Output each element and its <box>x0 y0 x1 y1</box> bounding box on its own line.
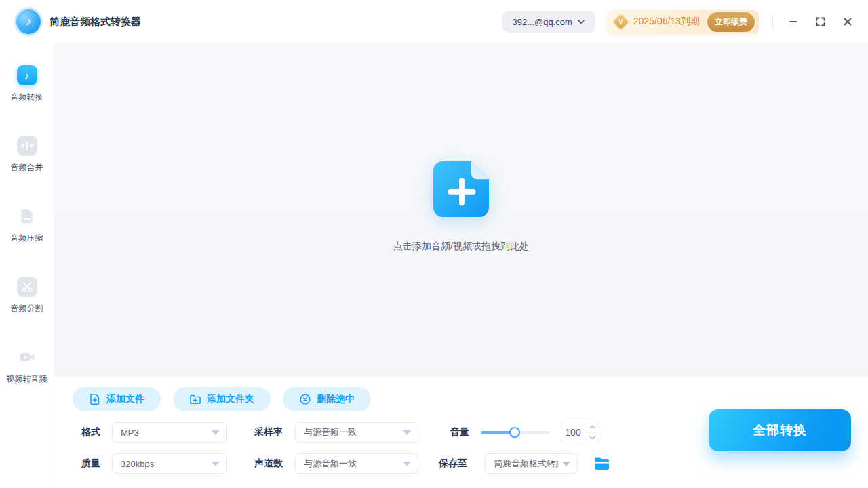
dropdown-arrow-icon <box>212 430 220 435</box>
settings-row-2: 质量 320kbps 声道数 与源音频一致 保存至 简鹿音频格式转换器 <box>81 453 868 474</box>
volume-slider[interactable] <box>481 427 550 438</box>
dropdown-arrow-icon <box>562 462 570 466</box>
add-file-button[interactable]: 添加文件 <box>73 387 161 411</box>
dropdown-arrow-icon <box>403 430 411 435</box>
folder-plus-icon <box>189 393 201 405</box>
step-down-icon[interactable] <box>585 433 599 443</box>
title-bar: ♪ 简鹿音频格式转换器 392...@qq.com V 2025/06/13到期… <box>0 0 868 43</box>
quality-value: 320kbps <box>121 459 208 469</box>
dropdown-arrow-icon <box>403 462 411 466</box>
video-camera-icon <box>17 347 37 367</box>
dropzone-hint: 点击添加音频/视频或拖拽到此处 <box>393 241 529 253</box>
compress-file-icon <box>17 206 37 226</box>
close-button[interactable] <box>842 16 853 27</box>
maximize-button[interactable] <box>815 16 826 27</box>
sidebar-item-audio-split[interactable]: 音频分割 <box>0 277 54 347</box>
add-file-label: 添加文件 <box>106 393 144 405</box>
app-logo-icon: ♪ <box>16 9 41 34</box>
file-list-area: 点击添加音频/视频或拖拽到此处 <box>54 43 868 377</box>
sample-rate-label: 采样率 <box>254 426 285 439</box>
format-select[interactable]: MP3 <box>112 422 227 443</box>
step-up-icon[interactable] <box>585 422 599 433</box>
sidebar-item-label: 视频转音频 <box>7 373 47 385</box>
save-to-label: 保存至 <box>439 458 470 470</box>
dropzone[interactable]: 点击添加音频/视频或拖拽到此处 <box>393 161 529 253</box>
add-file-big-icon <box>433 161 489 218</box>
file-plus-icon <box>89 393 101 405</box>
sidebar-item-audio-merge[interactable]: 音频合并 <box>0 136 54 206</box>
settings-panel: 添加文件 添加文件夹 删除选中 格式 MP3 采样率 <box>54 377 868 488</box>
sidebar-item-audio-convert[interactable]: ♪ 音频转换 <box>0 65 54 136</box>
channels-select[interactable]: 与源音频一致 <box>295 453 418 474</box>
window-controls <box>772 14 853 30</box>
renew-button[interactable]: 立即续费 <box>707 12 755 32</box>
dropdown-arrow-icon <box>212 462 220 466</box>
volume-number-input <box>561 422 599 443</box>
sample-rate-value: 与源音频一致 <box>304 426 399 439</box>
format-label: 格式 <box>81 426 102 439</box>
save-to-value: 简鹿音频格式转换器 <box>494 458 558 470</box>
delete-selected-button[interactable]: 删除选中 <box>283 387 371 411</box>
sidebar-item-label: 音频压缩 <box>11 232 43 244</box>
open-folder-button[interactable] <box>594 456 610 471</box>
account-email: 392...@qq.com <box>513 17 572 27</box>
folder-open-icon <box>594 456 610 471</box>
channels-label: 声道数 <box>254 458 285 470</box>
music-note-icon: ♪ <box>17 65 37 85</box>
expiry-date-text: 2025/06/13到期 <box>633 16 700 28</box>
sample-rate-select[interactable]: 与源音频一致 <box>295 422 418 443</box>
convert-all-button[interactable]: 全部转换 <box>709 409 851 451</box>
sidebar: ♪ 音频转换 音频合并 音频压缩 音频分割 视频转音频 <box>0 43 54 488</box>
vip-badge-icon: V <box>612 13 630 31</box>
add-folder-button[interactable]: 添加文件夹 <box>173 387 271 411</box>
format-value: MP3 <box>121 428 208 438</box>
channels-value: 与源音频一致 <box>304 458 399 470</box>
vip-expiry-banner: V 2025/06/13到期 立即续费 <box>608 10 759 33</box>
sidebar-item-label: 音频合并 <box>11 162 43 174</box>
sidebar-item-label: 音频分割 <box>11 303 43 314</box>
volume-input[interactable] <box>561 422 585 443</box>
minimize-button[interactable] <box>788 16 799 27</box>
volume-label: 音量 <box>450 426 471 439</box>
delete-selected-label: 删除选中 <box>317 393 355 405</box>
scissors-icon <box>17 277 37 297</box>
sidebar-item-video-to-audio[interactable]: 视频转音频 <box>0 347 54 418</box>
app-title: 简鹿音频格式转换器 <box>50 16 141 28</box>
account-menu[interactable]: 392...@qq.com <box>502 11 595 33</box>
sidebar-item-label: 音频转换 <box>11 92 43 103</box>
circle-cross-icon <box>299 393 311 405</box>
slider-handle[interactable] <box>509 427 520 438</box>
quality-select[interactable]: 320kbps <box>112 453 227 474</box>
add-folder-label: 添加文件夹 <box>207 393 254 405</box>
sidebar-item-audio-compress[interactable]: 音频压缩 <box>0 206 54 277</box>
volume-stepper <box>585 422 599 443</box>
merge-arrows-icon <box>17 136 37 156</box>
chevron-down-icon <box>578 20 585 24</box>
save-to-select[interactable]: 简鹿音频格式转换器 <box>485 453 578 474</box>
quality-label: 质量 <box>81 458 102 470</box>
